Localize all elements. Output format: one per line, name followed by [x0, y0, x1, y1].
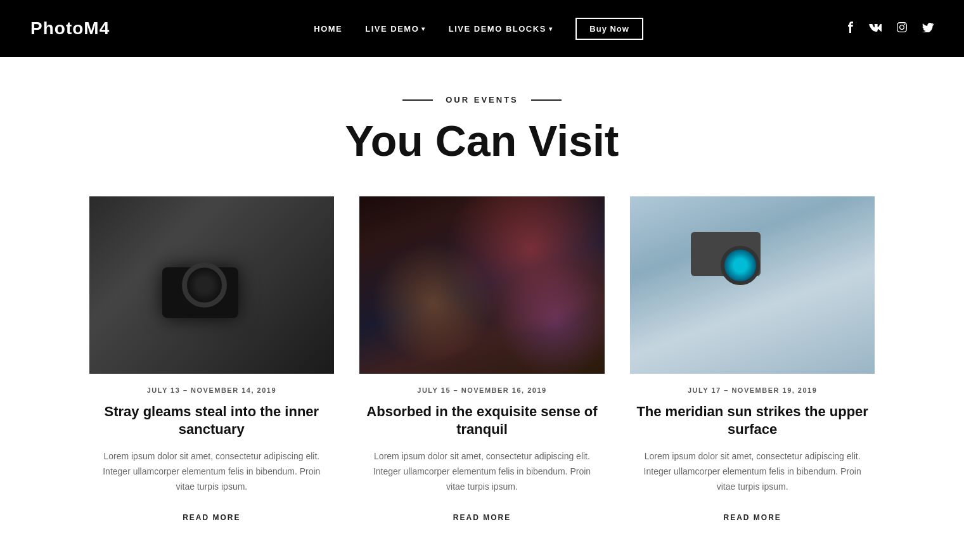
label-line-right [531, 99, 562, 101]
event-card-2: JULY 15 – NOVEMBER 16, 2019 Absorbed in … [359, 196, 605, 523]
read-more-1[interactable]: READ MORE [183, 507, 240, 522]
chevron-down-icon: ▾ [421, 25, 426, 32]
header: PhotoM4 HOME LIVE DEMO ▾ LIVE DEMO BLOCK… [0, 0, 964, 57]
nav-home[interactable]: HOME [314, 24, 342, 34]
card-title-1: Stray gleams steal into the inner sanctu… [89, 403, 335, 439]
main-content: OUR EVENTS You Can Visit JULY 13 – NOVEM… [39, 57, 926, 560]
read-more-2[interactable]: READ MORE [453, 507, 511, 522]
section-title: You Can Visit [89, 117, 875, 165]
card-date-1: JULY 13 – NOVEMBER 14, 2019 [147, 386, 276, 394]
chevron-down-icon: ▾ [549, 25, 553, 32]
twitter-icon[interactable] [922, 23, 934, 35]
snowy-camera-image [630, 196, 875, 374]
section-label: OUR EVENTS [89, 95, 875, 105]
card-image-3 [630, 196, 875, 374]
card-title-3: The meridian sun strikes the upper surfa… [630, 403, 875, 439]
label-line-left [402, 99, 433, 101]
card-image-1 [89, 196, 335, 374]
camera-hands-image [89, 196, 335, 374]
facebook-icon[interactable] [847, 22, 854, 35]
instagram-icon[interactable] [897, 22, 907, 35]
card-date-2: JULY 15 – NOVEMBER 16, 2019 [417, 386, 546, 394]
event-card-3: JULY 17 – NOVEMBER 19, 2019 The meridian… [630, 196, 875, 523]
card-title-2: Absorbed in the exquisite sense of tranq… [359, 403, 605, 439]
card-desc-1: Lorem ipsum dolor sit amet, consectetur … [89, 449, 335, 494]
buy-now-button[interactable]: Buy Now [575, 18, 643, 40]
vk-icon[interactable] [869, 23, 882, 34]
card-image-2 [359, 196, 605, 374]
card-desc-3: Lorem ipsum dolor sit amet, consectetur … [630, 449, 875, 494]
read-more-3[interactable]: READ MORE [723, 507, 781, 522]
cards-grid: JULY 13 – NOVEMBER 14, 2019 Stray gleams… [89, 196, 875, 523]
section-header: OUR EVENTS You Can Visit [89, 95, 875, 165]
main-nav: HOME LIVE DEMO ▾ LIVE DEMO BLOCKS ▾ Buy … [314, 18, 643, 40]
nav-live-demo[interactable]: LIVE DEMO ▾ [365, 24, 426, 34]
nav-live-demo-blocks[interactable]: LIVE DEMO BLOCKS ▾ [449, 24, 553, 34]
event-card-1: JULY 13 – NOVEMBER 14, 2019 Stray gleams… [89, 196, 335, 523]
logo: PhotoM4 [30, 18, 110, 39]
social-icons [847, 22, 934, 35]
card-date-3: JULY 17 – NOVEMBER 19, 2019 [688, 386, 817, 394]
woman-bokeh-image [359, 196, 605, 374]
card-desc-2: Lorem ipsum dolor sit amet, consectetur … [359, 449, 605, 494]
